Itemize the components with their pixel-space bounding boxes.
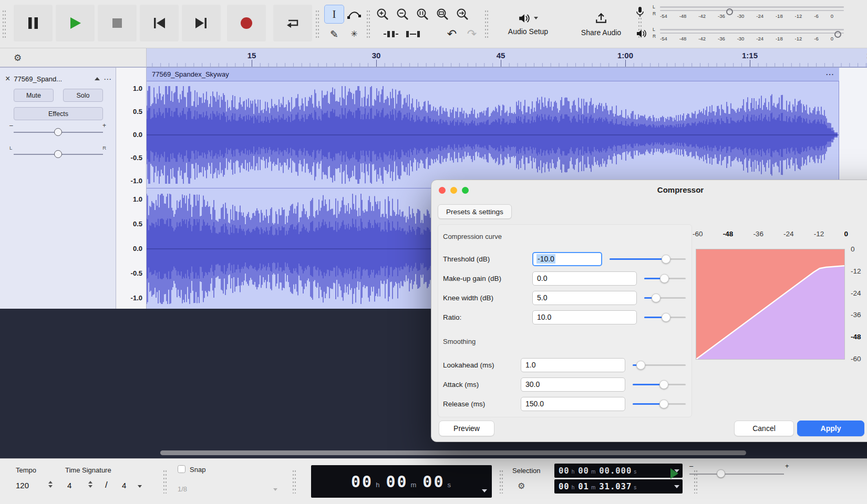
timesig-denominator[interactable]: 4 <box>122 481 126 490</box>
skip-to-start-button[interactable] <box>140 5 179 41</box>
dialog-titlebar[interactable]: Compressor <box>431 180 867 200</box>
release-input[interactable] <box>521 397 625 411</box>
draw-tool-button[interactable]: ✎ <box>325 25 344 43</box>
bottombar-grip[interactable] <box>499 469 503 494</box>
pause-button[interactable] <box>14 5 53 41</box>
makeup-gain-row: Make-up gain (dB) <box>443 271 686 286</box>
slider-thumb[interactable] <box>659 380 668 389</box>
play-at-speed-icon[interactable] <box>670 468 678 479</box>
knee-width-input[interactable] <box>532 291 637 305</box>
gain-slider-thumb[interactable] <box>54 128 62 136</box>
toolbar-grip[interactable] <box>366 9 370 39</box>
timeline-gear-icon[interactable]: ⚙ <box>14 52 22 64</box>
threshold-row: Threshold (dB) -10.0 <box>443 251 686 266</box>
selection-tool-button[interactable]: I <box>325 5 344 23</box>
clip-menu-button[interactable]: ⋯ <box>825 70 834 79</box>
zoom-out-button[interactable] <box>393 5 412 23</box>
waveform-channel-left[interactable] <box>147 81 839 188</box>
multi-tool-button[interactable]: ✳ <box>345 25 364 43</box>
makeup-gain-slider[interactable] <box>644 271 686 286</box>
axis-label: -36 <box>851 311 867 319</box>
attack-input[interactable] <box>521 377 625 392</box>
selection-gear-icon[interactable]: ⚙ <box>518 481 525 491</box>
gain-slider[interactable] <box>14 128 103 136</box>
undo-button[interactable]: ↶ <box>442 25 461 43</box>
apply-button[interactable]: Apply <box>797 421 864 436</box>
timeline-ruler[interactable]: 1530451:001:151:30 <box>147 48 867 67</box>
slider-thumb[interactable] <box>662 255 670 264</box>
ratio-input[interactable] <box>532 310 637 324</box>
effects-button[interactable]: Effects <box>14 107 103 120</box>
solo-button[interactable]: Solo <box>63 89 103 102</box>
tempo-stepper[interactable] <box>48 481 53 488</box>
horizontal-scrollbar[interactable] <box>160 450 746 455</box>
zoom-toggle-button[interactable] <box>453 5 472 23</box>
snap-dropdown-icon[interactable] <box>273 488 277 491</box>
selection-end-display[interactable]: 00h01m31.037s <box>554 479 683 494</box>
presets-settings-button[interactable]: Presets & settings <box>438 204 512 219</box>
track-name[interactable]: 77569_Spand... <box>14 75 91 83</box>
timesig-numerator[interactable]: 4 <box>67 481 71 490</box>
selection-start-display[interactable]: 00h00m00.000s <box>554 464 683 478</box>
lookahead-input[interactable] <box>521 358 625 372</box>
play-speed-slider[interactable] <box>689 474 784 475</box>
zoom-selection-button[interactable] <box>413 5 432 23</box>
selection-end-dropdown-icon[interactable] <box>674 485 679 488</box>
slider-thumb[interactable] <box>659 400 668 408</box>
toolbar-grip[interactable] <box>2 9 6 39</box>
zoom-in-button[interactable] <box>373 5 392 23</box>
attack-slider[interactable] <box>633 377 686 392</box>
pan-slider-thumb[interactable] <box>54 150 62 158</box>
timesig-stepper[interactable] <box>88 481 92 488</box>
makeup-gain-input[interactable] <box>532 271 637 286</box>
play-button[interactable] <box>56 5 95 41</box>
vertical-scale-ruler[interactable]: 1.00.50.0-0.5-1.01.00.50.0-0.5-1.0 <box>116 67 147 309</box>
collapse-track-icon[interactable] <box>95 77 100 80</box>
audio-position-display[interactable]: 00h00m00s <box>311 465 492 498</box>
snap-checkbox[interactable] <box>178 465 185 473</box>
attack-row: Attack (ms) <box>443 377 686 392</box>
play-speed-thumb[interactable] <box>717 469 725 478</box>
audio-setup-button[interactable]: Audio Setup <box>493 3 563 45</box>
record-icon <box>240 16 253 30</box>
ratio-slider[interactable] <box>644 310 686 324</box>
mute-button[interactable]: Mute <box>14 89 54 102</box>
slider-thumb[interactable] <box>662 313 670 322</box>
trim-audio-button[interactable] <box>381 25 400 43</box>
toolbar-grip[interactable] <box>315 9 319 39</box>
release-slider[interactable] <box>633 396 686 411</box>
share-audio-button[interactable]: Share Audio <box>569 3 634 45</box>
cancel-button[interactable]: Cancel <box>734 421 794 436</box>
preview-button[interactable]: Preview <box>439 421 494 436</box>
tempo-value[interactable]: 120 <box>16 481 29 490</box>
threshold-input[interactable]: -10.0 <box>532 252 602 266</box>
threshold-slider[interactable] <box>610 251 686 266</box>
clip-header[interactable]: 77569_Spandex_Skyway ⋯ <box>147 68 839 81</box>
lookahead-slider[interactable] <box>633 358 686 372</box>
slider-thumb[interactable] <box>652 293 660 302</box>
time-format-dropdown-icon[interactable] <box>482 489 487 492</box>
bottombar-grip[interactable] <box>163 469 167 494</box>
toolbar-grip[interactable] <box>484 9 489 39</box>
playback-meter[interactable]: LR -54-48-42-36-30-24-18-12-60 <box>636 25 862 46</box>
timesig-dropdown-icon[interactable] <box>138 485 142 488</box>
record-button[interactable] <box>227 5 266 41</box>
pan-slider[interactable] <box>14 150 103 159</box>
silence-audio-button[interactable] <box>404 25 422 43</box>
envelope-tool-button[interactable] <box>345 5 364 23</box>
track-menu-button[interactable]: ⋯ <box>104 75 111 83</box>
stop-button[interactable] <box>98 5 137 41</box>
bottombar-grip[interactable] <box>694 469 698 494</box>
slider-thumb[interactable] <box>660 274 669 283</box>
skip-to-end-button[interactable] <box>182 5 221 41</box>
knee-width-slider[interactable] <box>644 290 686 305</box>
waveform[interactable] <box>147 81 839 188</box>
zoom-fit-project-button[interactable] <box>433 5 452 23</box>
close-track-button[interactable]: × <box>5 75 10 83</box>
bottombar-grip[interactable] <box>292 469 296 494</box>
recording-meter[interactable]: LR -54-48-42-36-30-24-18-12-60 <box>636 2 862 23</box>
loop-button[interactable] <box>273 5 312 41</box>
slider-thumb[interactable] <box>636 361 645 370</box>
snap-value[interactable]: 1/8 <box>178 485 187 493</box>
redo-button[interactable]: ↷ <box>462 25 481 43</box>
